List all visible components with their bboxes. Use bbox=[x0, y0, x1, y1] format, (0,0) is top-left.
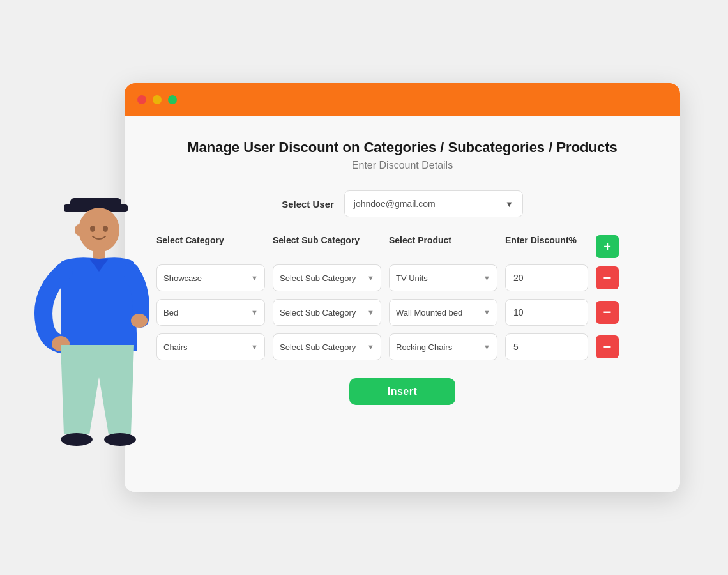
table-row: Chairs ▼ Select Sub Category ▼ Rocking C… bbox=[156, 334, 648, 360]
category-select-0[interactable]: Showcase ▼ bbox=[156, 264, 265, 291]
discount-input-1[interactable]: 10 bbox=[505, 299, 588, 326]
person-illustration bbox=[26, 179, 153, 511]
svg-point-9 bbox=[61, 433, 93, 446]
table-row: Showcase ▼ Select Sub Category ▼ TV Unit… bbox=[156, 264, 648, 291]
user-select-value: johndoe@gmail.com bbox=[354, 199, 436, 209]
dot-green[interactable] bbox=[168, 95, 177, 104]
table-row: Bed ▼ Select Sub Category ▼ Wall Mounted… bbox=[156, 299, 648, 326]
svg-point-4 bbox=[103, 226, 108, 232]
table-headers: Select Category Select Sub Category Sele… bbox=[156, 235, 648, 258]
col-header-sub-category: Select Sub Category bbox=[273, 235, 381, 258]
category-select-2[interactable]: Chairs ▼ bbox=[156, 334, 265, 360]
category-select-1[interactable]: Bed ▼ bbox=[156, 299, 265, 326]
user-select-row: Select User johndoe@gmail.com ▼ bbox=[282, 190, 523, 217]
sub-category-select-2[interactable]: Select Sub Category ▼ bbox=[273, 334, 381, 360]
col-header-category: Select Category bbox=[156, 235, 265, 258]
svg-point-8 bbox=[131, 314, 148, 328]
sub-category-select-0[interactable]: Select Sub Category ▼ bbox=[273, 264, 381, 291]
chevron-down-icon: ▼ bbox=[367, 274, 374, 282]
remove-row-button-1[interactable]: − bbox=[596, 301, 619, 324]
product-select-0[interactable]: TV Units ▼ bbox=[389, 264, 497, 291]
remove-row-button-2[interactable]: − bbox=[596, 335, 619, 358]
window-card: Manage User Discount on Categories / Sub… bbox=[125, 83, 680, 492]
product-select-1[interactable]: Wall Mounted bed ▼ bbox=[389, 299, 497, 326]
insert-button[interactable]: Insert bbox=[349, 378, 456, 405]
chevron-down-icon: ▼ bbox=[483, 274, 490, 282]
window-body: Manage User Discount on Categories / Sub… bbox=[125, 116, 680, 492]
chevron-down-icon: ▼ bbox=[251, 309, 258, 316]
page-subtitle: Enter Discount Details bbox=[352, 160, 453, 171]
product-select-2[interactable]: Rocking Chairs ▼ bbox=[389, 334, 497, 360]
sub-category-select-1[interactable]: Select Sub Category ▼ bbox=[273, 299, 381, 326]
discount-input-0[interactable]: 20 bbox=[505, 264, 588, 291]
chevron-down-icon: ▼ bbox=[367, 343, 374, 351]
chevron-down-icon: ▼ bbox=[483, 343, 490, 351]
remove-row-button-0[interactable]: − bbox=[596, 266, 619, 289]
chevron-down-icon: ▼ bbox=[367, 309, 374, 316]
rows-container: Showcase ▼ Select Sub Category ▼ TV Unit… bbox=[156, 264, 648, 360]
window-titlebar bbox=[125, 83, 680, 116]
dot-red[interactable] bbox=[137, 95, 146, 104]
discount-input-2[interactable]: 5 bbox=[505, 334, 588, 360]
svg-point-5 bbox=[75, 224, 82, 236]
col-header-product: Select Product bbox=[389, 235, 497, 258]
svg-point-3 bbox=[90, 226, 95, 232]
user-select-label: Select User bbox=[282, 199, 334, 210]
add-row-button[interactable]: + bbox=[596, 235, 619, 258]
scene: Manage User Discount on Categories / Sub… bbox=[45, 64, 683, 511]
chevron-down-icon: ▼ bbox=[251, 274, 258, 282]
svg-point-2 bbox=[79, 208, 119, 252]
svg-point-10 bbox=[104, 433, 136, 446]
page-title: Manage User Discount on Categories / Sub… bbox=[187, 139, 618, 156]
chevron-down-icon: ▼ bbox=[483, 309, 490, 316]
col-header-discount: Enter Discount% bbox=[505, 235, 588, 258]
chevron-down-icon: ▼ bbox=[251, 343, 258, 351]
dot-yellow[interactable] bbox=[153, 95, 162, 104]
chevron-down-icon: ▼ bbox=[505, 199, 513, 209]
user-select-dropdown[interactable]: johndoe@gmail.com ▼ bbox=[344, 190, 523, 217]
